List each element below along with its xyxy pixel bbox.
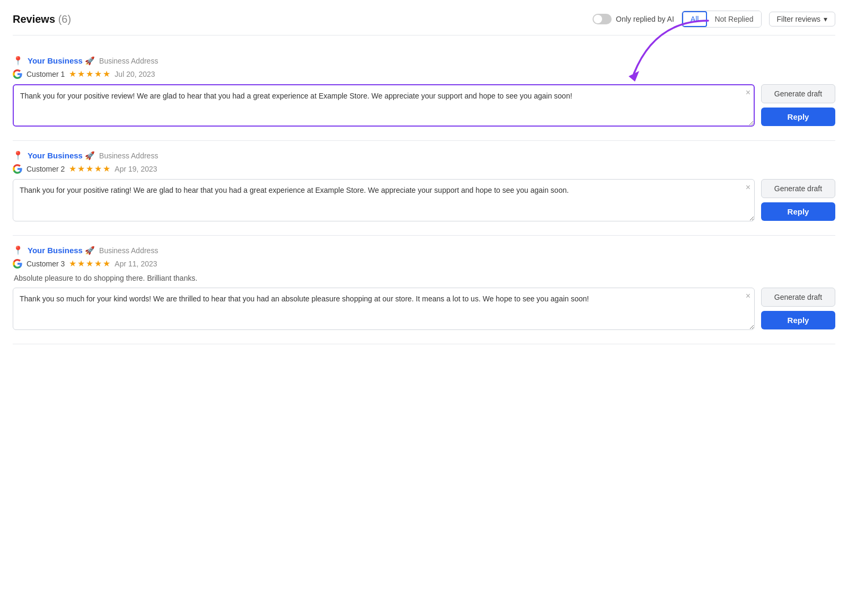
filter-group: All Not Replied [682,11,762,28]
review-card-2: 📍 Your Business 🚀 Business Address Custo… [13,141,835,236]
business-row: 📍 Your Business 🚀 Business Address [13,56,835,66]
star-filled: ★ [77,69,85,79]
reply-textarea-wrap: Thank you so much for your kind words! W… [13,288,755,332]
star-filled: ★ [86,164,93,174]
star-rating: ★★★★★ [69,69,110,79]
filter-not-replied-button[interactable]: Not Replied [707,11,761,27]
star-filled: ★ [94,164,102,174]
reply-button[interactable]: Reply [761,202,835,221]
business-name: Your Business 🚀 [28,56,95,66]
reply-button[interactable]: Reply [761,311,835,329]
review-date: Apr 19, 2023 [114,165,157,173]
reply-actions: Generate draft Reply [761,179,835,221]
star-filled: ★ [94,69,102,79]
customer-row: Customer 2 ★★★★★ Apr 19, 2023 [13,164,835,174]
star-filled: ★ [77,164,85,174]
filter-all-button[interactable]: All [682,11,708,27]
business-name: Your Business 🚀 [28,246,95,255]
review-date: Apr 11, 2023 [114,260,157,268]
reply-area: Thank you for your positive rating! We a… [13,179,835,224]
google-icon [13,259,22,269]
star-filled: ★ [103,164,110,174]
customer-row: Customer 3 ★★★★★ Apr 11, 2023 [13,258,835,269]
business-address: Business Address [99,57,158,65]
star-filled: ★ [69,258,76,269]
star-filled: ★ [77,258,85,269]
star-rating: ★★★★★ [69,258,110,269]
pin-icon: 📍 [13,150,23,160]
generate-draft-button[interactable]: Generate draft [761,179,835,198]
reply-textarea[interactable]: Thank you for your positive rating! We a… [13,179,755,221]
reply-textarea-wrap: Thank you for your positive rating! We a… [13,179,755,224]
generate-draft-button[interactable]: Generate draft [761,84,835,103]
business-name: Your Business 🚀 [28,151,95,160]
customer-name: Customer 1 [26,70,65,78]
customer-row: Customer 1 ★★★★★ Jul 20, 2023 [13,69,835,79]
filter-reviews-dropdown[interactable]: Filter reviews ▾ [769,12,835,26]
generate-draft-button[interactable]: Generate draft [761,288,835,307]
reply-actions: Generate draft Reply [761,288,835,329]
pin-icon: 📍 [13,56,23,66]
star-filled: ★ [69,164,76,174]
business-address: Business Address [99,151,158,160]
star-filled: ★ [86,258,93,269]
star-filled: ★ [94,258,102,269]
review-date: Jul 20, 2023 [114,70,155,78]
chevron-down-icon: ▾ [824,15,827,23]
header-controls: Only replied by AI All Not Replied Filte… [593,11,835,28]
google-icon [13,69,22,79]
page-header: Reviews (6) Only replied by AI All Not R… [13,11,835,35]
google-icon [13,164,22,174]
business-row: 📍 Your Business 🚀 Business Address [13,150,835,160]
star-filled: ★ [103,69,110,79]
reply-area: Thank you for your positive review! We a… [13,84,835,129]
pin-icon: 📍 [13,245,23,255]
review-text: Absolute pleasure to do shopping there. … [13,274,835,282]
toggle-label: Only replied by AI [593,14,674,24]
customer-name: Customer 2 [26,165,65,173]
reply-actions: Generate draft Reply [761,84,835,126]
star-filled: ★ [69,69,76,79]
reply-textarea[interactable]: Thank you so much for your kind words! W… [13,288,755,330]
reviews-list: 📍 Your Business 🚀 Business Address Custo… [13,46,835,344]
business-row: 📍 Your Business 🚀 Business Address [13,245,835,255]
page-title: Reviews (6) [13,13,71,25]
reply-textarea-wrap: Thank you for your positive review! We a… [13,84,755,129]
customer-name: Customer 3 [26,260,65,268]
review-card-3: 📍 Your Business 🚀 Business Address Custo… [13,236,835,344]
ai-replied-toggle[interactable] [593,14,612,24]
reply-textarea[interactable]: Thank you for your positive review! We a… [13,84,755,127]
clear-reply-button[interactable]: × [746,292,750,300]
review-card-1: 📍 Your Business 🚀 Business Address Custo… [13,46,835,141]
clear-reply-button[interactable]: × [746,88,750,97]
reply-area: Thank you so much for your kind words! W… [13,288,835,332]
business-address: Business Address [99,246,158,255]
star-filled: ★ [103,258,110,269]
star-rating: ★★★★★ [69,164,110,174]
star-filled: ★ [86,69,93,79]
reply-button[interactable]: Reply [761,108,835,126]
clear-reply-button[interactable]: × [746,183,750,192]
